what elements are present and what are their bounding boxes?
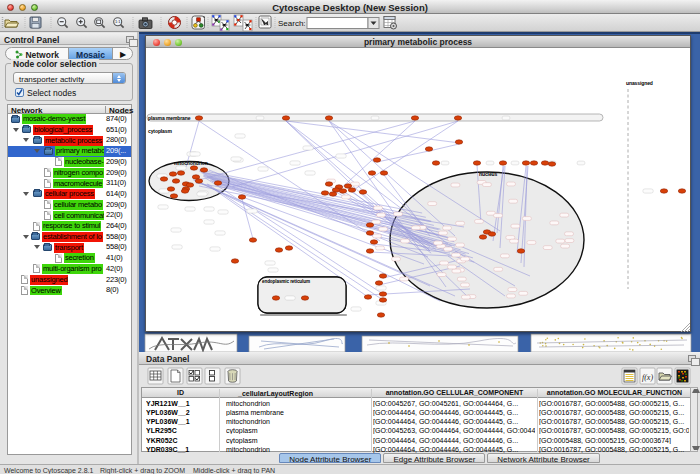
- svg-text:f(x): f(x): [642, 373, 653, 382]
- svg-text:Search:: Search:: [278, 19, 306, 28]
- svg-text:nucleus: nucleus: [479, 171, 498, 177]
- svg-text:unassigned: unassigned: [626, 80, 653, 86]
- svg-text:plasma membrane: plasma membrane: [148, 115, 191, 121]
- svg-text:cytoplasm: cytoplasm: [148, 128, 172, 134]
- svg-text:mitochondrion: mitochondrion: [174, 160, 208, 166]
- svg-text:endoplasmic reticulum: endoplasmic reticulum: [262, 279, 310, 284]
- svg-text:1:1: 1:1: [115, 19, 121, 24]
